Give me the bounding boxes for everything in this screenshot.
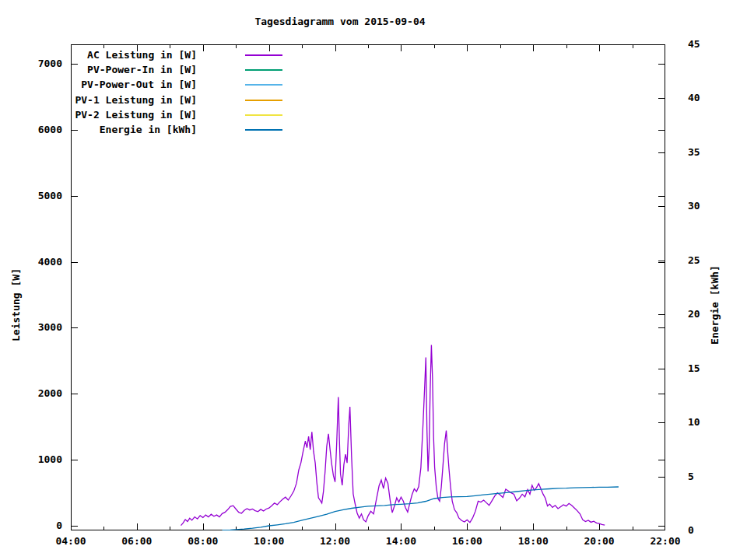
y-tick-label: 4000 xyxy=(16,257,62,268)
y2-tick-label: 5 xyxy=(688,471,719,482)
legend-color-line xyxy=(245,84,282,86)
legend-item: Energie in [kWh] xyxy=(47,124,282,136)
legend-color-line xyxy=(245,54,282,56)
legend-label: AC Leistung in [W] xyxy=(47,49,197,61)
legend-label: PV-1 Leistung in [W] xyxy=(47,94,197,106)
legend-color-line xyxy=(245,114,282,116)
y-tick-label: 0 xyxy=(16,520,62,531)
y-tick-label: 6000 xyxy=(16,124,62,135)
y2-tick-label: 15 xyxy=(688,363,719,374)
legend-item: PV-1 Leistung in [W] xyxy=(47,94,282,107)
y2-axis-label: Energie [kWh] xyxy=(709,265,721,345)
x-tick-label: 16:00 xyxy=(448,536,486,547)
x-tick-label: 12:00 xyxy=(317,536,354,547)
y2-tick-label: 25 xyxy=(688,255,719,266)
tagesdiagramm-chart: Tagesdiagramm vom 2015-09-04 Leistung [W… xyxy=(0,0,747,560)
y2-tick-label: 20 xyxy=(688,309,719,320)
x-tick-label: 14:00 xyxy=(382,536,419,547)
x-tick-label: 06:00 xyxy=(118,536,156,547)
y2-tick-label: 10 xyxy=(688,417,719,428)
x-tick-label: 08:00 xyxy=(184,536,222,547)
x-tick-label: 20:00 xyxy=(580,536,618,547)
x-tick-label: 18:00 xyxy=(514,536,552,547)
legend-item: AC Leistung in [W] xyxy=(47,49,282,61)
y-tick-label: 2000 xyxy=(16,388,62,399)
chart-title: Tagesdiagramm vom 2015-09-04 xyxy=(184,16,496,27)
y2-tick-label: 30 xyxy=(688,201,719,212)
legend-item: PV-Power-In in [W] xyxy=(47,64,282,76)
legend-label: PV-2 Leistung in [W] xyxy=(47,109,197,121)
y-tick-label: 3000 xyxy=(16,322,62,333)
y2-tick-label: 0 xyxy=(688,525,719,536)
y2-tick-label: 45 xyxy=(688,39,719,50)
legend-label: PV-Power-Out in [W] xyxy=(47,79,197,90)
x-tick-label: 04:00 xyxy=(52,536,89,547)
y-tick-label: 7000 xyxy=(16,58,62,69)
y2-tick-label: 40 xyxy=(688,93,719,103)
legend-item: PV-2 Leistung in [W] xyxy=(47,109,282,121)
y-tick-label: 5000 xyxy=(16,191,62,201)
x-tick-label: 10:00 xyxy=(251,536,288,547)
series-ac-leistung-in-w- xyxy=(181,345,605,525)
x-tick-label: 22:00 xyxy=(647,536,684,547)
legend-color-line xyxy=(245,129,282,131)
y2-tick-label: 35 xyxy=(688,147,719,158)
series-energie-in-kwh- xyxy=(223,487,619,530)
legend-color-line xyxy=(245,100,282,101)
legend-color-line xyxy=(245,69,282,71)
legend-item: PV-Power-Out in [W] xyxy=(47,79,282,91)
y-tick-label: 1000 xyxy=(16,454,62,465)
legend-label: Energie in [kWh] xyxy=(47,124,197,135)
legend-label: PV-Power-In in [W] xyxy=(47,64,197,75)
